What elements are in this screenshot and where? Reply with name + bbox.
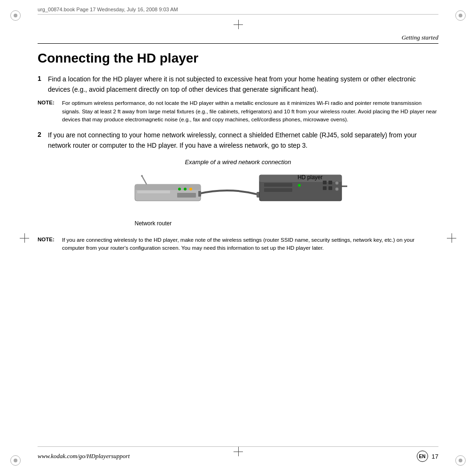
page: urg_00874.book Page 17 Wednesday, July 1… (0, 0, 476, 476)
section-title: Getting started (402, 34, 438, 41)
note-1: NOTE: For optimum wireless performance, … (38, 99, 438, 124)
cable-svg (198, 184, 259, 203)
file-info: urg_00874.book Page 17 Wednesday, July 1… (38, 7, 178, 12)
bottom-footer: www.kodak.com/go/HDplayersupport EN 17 (38, 446, 438, 462)
reg-mark-br (455, 455, 466, 466)
section-divider (38, 43, 438, 44)
svg-rect-13 (264, 183, 292, 187)
lang-badge: EN (417, 451, 428, 462)
footer-page-info: EN 17 (417, 451, 438, 462)
step-2-number: 2 (38, 130, 48, 151)
svg-rect-8 (137, 190, 170, 193)
note-2-label: NOTE: (38, 236, 62, 253)
svg-rect-17 (323, 186, 327, 190)
step-2-text: If you are not connecting to your home n… (48, 130, 438, 151)
reg-mark-tl (10, 10, 21, 21)
router-svg (133, 175, 205, 206)
svg-point-4 (178, 188, 181, 190)
label-network-router: Network router (135, 220, 172, 227)
step-1-text: Find a location for the HD player where … (48, 74, 438, 95)
note-1-text: For optimum wireless performance, do not… (62, 99, 438, 124)
crosshair-right-center (447, 233, 456, 243)
label-hd-player: HD player (297, 174, 322, 181)
note-2-text: If you are connecting wirelessly to the … (62, 236, 438, 253)
svg-rect-15 (323, 181, 327, 184)
svg-point-20 (335, 181, 339, 185)
svg-point-19 (298, 184, 301, 187)
step-2: 2 If you are not connecting to your home… (38, 130, 438, 151)
svg-rect-18 (328, 186, 332, 190)
svg-rect-14 (264, 188, 292, 192)
svg-rect-9 (198, 191, 201, 197)
svg-rect-7 (177, 193, 196, 198)
reg-mark-bl (10, 455, 21, 466)
crosshair-top-center (234, 20, 243, 29)
note-2: NOTE: If you are connecting wirelessly t… (38, 236, 438, 253)
svg-rect-16 (328, 181, 332, 184)
svg-point-3 (141, 175, 143, 177)
page-title: Connecting the HD player (38, 51, 438, 66)
crosshair-left-center (20, 233, 29, 243)
svg-point-21 (335, 187, 339, 191)
svg-point-5 (184, 188, 187, 190)
main-content: Connecting the HD player 1 Find a locati… (38, 47, 438, 438)
diagram-caption: Example of a wired network connection (38, 159, 438, 166)
note-1-label: NOTE: (38, 99, 62, 124)
page-number: 17 (432, 453, 438, 460)
step-1-number: 1 (38, 74, 48, 95)
top-header: urg_00874.book Page 17 Wednesday, July 1… (38, 7, 438, 15)
step-1: 1 Find a location for the HD player wher… (38, 74, 438, 95)
footer-url: www.kodak.com/go/HDplayersupport (38, 452, 130, 460)
diagram-container: Example of a wired network connection (38, 159, 438, 229)
reg-mark-tr (455, 10, 466, 21)
svg-line-2 (142, 176, 147, 184)
svg-point-6 (189, 188, 192, 190)
diagram-image: Network router HD player (125, 170, 351, 227)
